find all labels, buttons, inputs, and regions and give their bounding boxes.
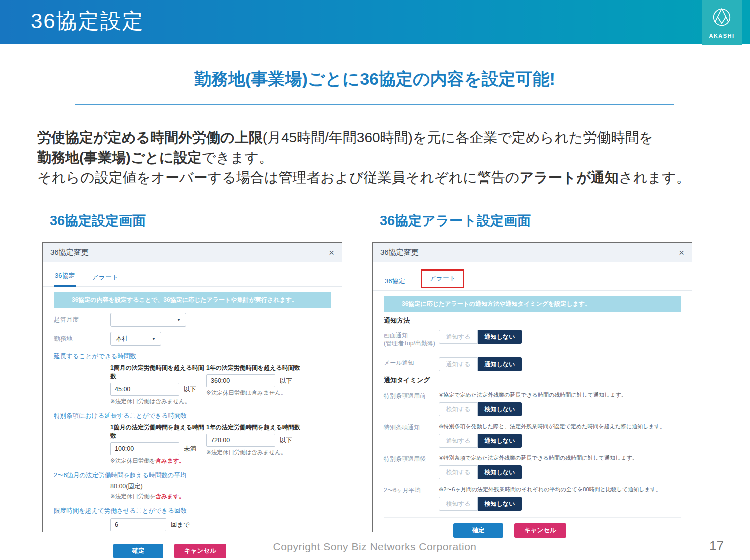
special-monthly-note: ※法定休日労働を含みます。 xyxy=(110,457,206,465)
notify-method-heading: 通知方法 xyxy=(384,316,681,325)
yearly-limit-label: 1年の法定労働時間を超える時間数 xyxy=(206,364,302,372)
monthly-limit-input[interactable] xyxy=(110,383,180,396)
detect-off-option[interactable]: 検知しない xyxy=(478,465,522,479)
info-banner: 36協定に応じたアラートの通知方法や通知タイミングを設定します。 xyxy=(384,296,681,312)
detect-off-option[interactable]: 検知しない xyxy=(478,402,522,416)
special-clause-notify-note: ※特別条項を発動した際と、法定外残業時間が協定で定めた時間を超えた際に通知します… xyxy=(439,423,681,430)
notify-on-option[interactable]: 通知する xyxy=(439,434,478,448)
before-special-clause-toggle: 検知する 検知しない xyxy=(439,402,681,416)
monthly-limit-label: 1箇月の法定労働時間を超える時間数 xyxy=(110,364,206,381)
before-special-clause-note: ※協定で定めた法定外残業の延長できる時間の残時間に対して通知します。 xyxy=(439,391,681,399)
special-clause-notify-toggle: 通知する 通知しない xyxy=(439,434,681,448)
tab-36-agreement[interactable]: 36協定 xyxy=(54,269,76,287)
mail-notify-toggle: 通知する 通知しない xyxy=(439,357,522,371)
intro-line1-bold: 労使協定が定める時間外労働の上限 xyxy=(38,130,263,145)
after-special-clause-toggle: 検知する 検知しない xyxy=(439,465,681,479)
avg-2-6-months-toggle: 検知する 検知しない xyxy=(439,497,681,511)
tab-36-agreement[interactable]: 36協定 xyxy=(384,275,406,291)
page-number: 17 xyxy=(710,538,724,554)
detect-off-option[interactable]: 検知しない xyxy=(478,497,522,511)
intro-line3-bold: アラートが通知 xyxy=(520,170,619,185)
yearly-limit-input[interactable] xyxy=(206,374,276,387)
notify-on-option[interactable]: 通知する xyxy=(439,330,478,344)
akashi-logo: AKASHI xyxy=(702,0,742,45)
before-special-clause-label: 特別条項適用前 xyxy=(384,391,439,416)
caption-alert-screen: 36協定アラート設定画面 xyxy=(380,212,531,230)
over-limit-count-suffix: 回まで xyxy=(171,521,190,529)
copyright-text: Copyright Sony Biz Networks Corporation xyxy=(0,541,750,553)
caret-down-icon: ▼ xyxy=(152,337,156,341)
slide-headline: 勤務地(事業場)ごとに36協定の内容を設定可能! xyxy=(0,68,750,91)
notify-off-option[interactable]: 通知しない xyxy=(478,357,522,371)
section-average-hours: 2〜6箇月の法定労働時間を超える時間数の平均 xyxy=(54,471,331,480)
intro-paragraph: 労使協定が定める時間外労働の上限(月45時間/年間360時間)を元に各企業で定め… xyxy=(38,128,720,187)
over-limit-count-input[interactable] xyxy=(110,518,166,531)
after-special-clause-label: 特別条項適用後 xyxy=(384,454,439,479)
special-clause-notify-label: 特別条項通知 xyxy=(384,423,439,448)
close-icon[interactable]: × xyxy=(329,248,334,257)
dialog-titlebar: 36協定変更 × xyxy=(43,243,342,262)
avg-2-6-months-label: 2〜6ヶ月平均 xyxy=(384,486,439,511)
section-extendable-hours: 延長することができる時間数 xyxy=(54,352,331,361)
after-special-clause-note: ※特別条項で定めた法定外残業の延長できる時間の残時間に対して通知します。 xyxy=(439,454,681,462)
akashi-logo-label: AKASHI xyxy=(709,33,734,39)
dialog-body: 通知方法 画面通知 (管理者Top/出勤簿) 通知する 通知しない メール通知 … xyxy=(373,316,692,538)
detect-on-option[interactable]: 検知する xyxy=(439,465,478,479)
dialog-buttons: 確定 キャンセル xyxy=(384,523,681,538)
dialog-title: 36協定変更 xyxy=(50,248,89,257)
monthly-limit-note: ※法定休日労働は含みません。 xyxy=(110,398,206,405)
start-month-label: 起算月度 xyxy=(54,316,110,324)
special-yearly-suffix: 以下 xyxy=(280,436,292,445)
headline-divider xyxy=(75,104,674,105)
alert-dialog: 36協定変更 × 36協定 アラート 36協定に応じたアラートの通知方法や通知タ… xyxy=(372,242,692,532)
section-over-limit-count: 限度時間を超えて労働させることができる回数 xyxy=(54,507,331,515)
buttons-divider xyxy=(54,538,331,538)
intro-line1-rest: (月45時間/年間360時間)を元に各企業で定められた労働時間を xyxy=(263,130,654,145)
screen-notify-toggle: 通知する 通知しない xyxy=(439,330,522,344)
cancel-button[interactable]: キャンセル xyxy=(514,523,566,538)
detect-on-option[interactable]: 検知する xyxy=(439,497,478,511)
tab-alert[interactable]: アラート xyxy=(91,271,120,287)
screen-notify-label: 画面通知 (管理者Top/出勤簿) xyxy=(384,330,439,347)
section-special-clause: 特別条項における延長することができる時間数 xyxy=(54,412,331,420)
buttons-divider xyxy=(384,517,681,518)
page-title: 36協定設定 xyxy=(31,7,144,35)
dialog-tabs: 36協定 アラート xyxy=(373,262,692,291)
start-month-select[interactable]: ▼ xyxy=(110,313,186,327)
special-monthly-input[interactable] xyxy=(110,442,180,455)
close-icon[interactable]: × xyxy=(679,248,684,257)
dialog-titlebar: 36協定変更 × xyxy=(373,243,692,262)
caret-down-icon: ▼ xyxy=(177,318,181,322)
intro-line3-post: されます。 xyxy=(619,170,690,185)
location-select[interactable]: 本社 ▼ xyxy=(110,332,162,346)
detect-on-option[interactable]: 検知する xyxy=(439,402,478,416)
slide: 36協定設定 AKASHI 勤務地(事業場)ごとに36協定の内容を設定可能! 労… xyxy=(0,0,750,560)
dialog-body: 起算月度 ▼ 勤務地 本社 ▼ 延長することができる時間数 1箇月の法定労働時間… xyxy=(43,313,342,558)
location-value: 本社 xyxy=(116,335,128,343)
confirm-button[interactable]: 確定 xyxy=(454,523,504,538)
notify-off-option[interactable]: 通知しない xyxy=(478,434,522,448)
caption-agreement-screen: 36協定設定画面 xyxy=(50,212,146,230)
dialog-title: 36協定変更 xyxy=(380,248,419,257)
akashi-logo-icon xyxy=(710,6,734,31)
intro-line2-bold: 勤務地(事業場)ごとに設定 xyxy=(38,150,202,165)
info-banner: 36協定の内容を設定することで、36協定に応じたアラートや集計が実行されます。 xyxy=(54,292,331,308)
special-yearly-label: 1年の法定労働時間を超える時間数 xyxy=(206,423,302,432)
average-note: ※法定休日労働を含みます。 xyxy=(110,493,331,500)
location-label: 勤務地 xyxy=(54,335,110,343)
yearly-limit-suffix: 以下 xyxy=(280,377,292,385)
avg-2-6-months-note: ※2〜6ヶ月間の法定外残業時間のそれぞれの平均の全てを80時間と比較して通知しま… xyxy=(439,486,681,493)
tab-alert-highlighted[interactable]: アラート xyxy=(421,269,464,288)
monthly-limit-suffix: 以下 xyxy=(184,385,196,394)
special-yearly-note: ※法定休日労働は含みません。 xyxy=(206,449,302,456)
intro-line2-rest: できます。 xyxy=(202,150,274,165)
notify-off-option[interactable]: 通知しない xyxy=(478,330,522,344)
notify-on-option[interactable]: 通知する xyxy=(439,357,478,371)
slide-header: 36協定設定 xyxy=(0,0,750,44)
notify-timing-heading: 通知タイミング xyxy=(384,376,681,385)
special-yearly-input[interactable] xyxy=(206,434,276,447)
agreement-dialog: 36協定変更 × 36協定 アラート 36協定の内容を設定することで、36協定に… xyxy=(42,242,342,532)
intro-line3-pre: それらの設定値をオーバーする場合は管理者および従業員それぞれに警告の xyxy=(38,170,520,185)
special-monthly-label: 1箇月の法定労働時間を超える時間数 xyxy=(110,423,206,440)
special-monthly-suffix: 未満 xyxy=(184,445,196,453)
